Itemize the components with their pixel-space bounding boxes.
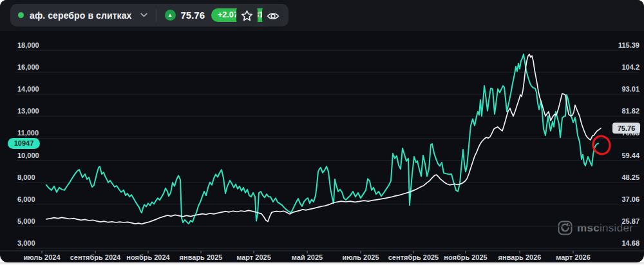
y-axis-label-right: 14.68	[621, 239, 639, 247]
right-price-badge-label: 75.76	[618, 124, 636, 132]
y-axis-label-left: 16,000	[17, 63, 39, 71]
y-axis-label-left: 14,000	[17, 85, 39, 93]
chart-panel: аф. серебро в слитках ▲ 75.76 +2.07 (+2.…	[0, 0, 644, 262]
x-axis-label: сентябрь 2025	[388, 253, 439, 261]
y-axis-label-left: 6,000	[17, 195, 35, 203]
y-axis-label-left: 5,000	[17, 217, 35, 225]
x-axis-label: март 2025	[236, 253, 271, 261]
y-axis-label-right: 59.44	[621, 152, 639, 159]
left-price-badge-label: 10947	[14, 139, 34, 147]
highlight-circle-annotation	[591, 134, 612, 156]
y-axis-label-left: 10,000	[17, 152, 39, 159]
x-axis-label: июль 2025	[342, 253, 379, 261]
x-axis-label: июль 2024	[23, 253, 61, 261]
y-axis-label-right: 37.06	[621, 195, 639, 203]
x-axis-label: январь 2025	[180, 253, 223, 261]
x-axis-label: сентябрь 2024	[70, 253, 121, 261]
y-axis-label-right: 25.87	[621, 217, 639, 225]
y-axis-label-right: 48.25	[621, 173, 639, 181]
y-axis-label-left: 18,000	[17, 41, 39, 49]
y-axis-label-left: 13,000	[17, 107, 39, 115]
x-axis-label: ноябрь 2025	[444, 253, 487, 261]
x-axis-label: ноябрь 2024	[126, 253, 170, 261]
x-axis-label: март 2026	[556, 253, 591, 261]
y-axis-label-right: 81.82	[621, 107, 639, 115]
x-axis-label: январь 2026	[498, 253, 542, 261]
y-axis-label-right: 104.2	[621, 63, 639, 71]
y-axis-label-right: 115.39	[618, 41, 639, 49]
y-axis-label-left: 3,000	[17, 239, 35, 247]
y-axis-label-right: 93.01	[621, 85, 639, 93]
x-axis-label: май 2025	[292, 253, 323, 261]
main-series-line	[46, 54, 598, 224]
y-axis-label-left: 8,000	[17, 173, 35, 181]
chart-canvas[interactable]: 18,000115.3916,000104.214,00093.0113,000…	[0, 0, 644, 262]
y-axis-label-left: 11,000	[17, 129, 39, 137]
overlay-series-line	[46, 54, 601, 224]
